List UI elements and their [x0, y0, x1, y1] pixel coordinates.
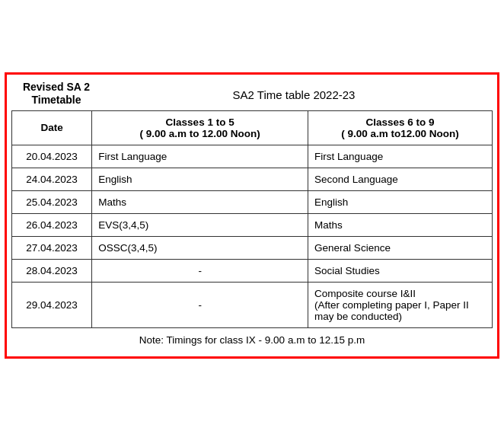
header-classes-6-9-line1: Classes 6 to 9	[366, 117, 435, 128]
cell-col2-6: Composite course I&II (After completing …	[308, 282, 493, 327]
table-row: 24.04.2023EnglishSecond Language	[12, 168, 493, 190]
cell-date-0: 20.04.2023	[12, 145, 92, 168]
table-row: 28.04.2023-Social Studies	[12, 259, 493, 282]
note-row: Note: Timings for class IX - 9.00 a.m to…	[11, 328, 493, 352]
cell-col1-6: -	[92, 282, 308, 327]
cell-col2-2: English	[308, 190, 493, 213]
table-row: 25.04.2023MathsEnglish	[12, 190, 493, 213]
timetable-label: Timetable	[18, 93, 94, 107]
table-row: 26.04.2023EVS(3,4,5)Maths	[12, 213, 493, 236]
header-classes-1-5-line2: ( 9.00 a.m to 12.00 Noon)	[139, 128, 260, 139]
cell-date-5: 28.04.2023	[12, 259, 92, 282]
cell-date-4: 27.04.2023	[12, 236, 92, 259]
cell-date-3: 26.04.2023	[12, 213, 92, 236]
header-classes-1-5: Classes 1 to 5 ( 9.00 a.m to 12.00 Noon)	[92, 110, 308, 145]
cell-col2-3: Maths	[308, 213, 493, 236]
table-row: 27.04.2023OSSC(3,4,5)General Science	[12, 236, 493, 259]
cell-date-2: 25.04.2023	[12, 190, 92, 213]
header-classes-1-5-line1: Classes 1 to 5	[166, 117, 234, 128]
cell-date-6: 29.04.2023	[12, 282, 92, 327]
header-classes-6-9: Classes 6 to 9 ( 9.00 a.m to12.00 Noon)	[308, 110, 493, 145]
cell-col1-0: First Language	[92, 145, 308, 168]
timetable-container: Revised SA 2 Timetable SA2 Time table 20…	[5, 72, 499, 358]
cell-col1-1: English	[92, 168, 308, 190]
table-title: SA2 Time table 2022-23	[98, 87, 490, 101]
table-row: 20.04.2023First LanguageFirst Language	[12, 145, 493, 168]
cell-col1-4: OSSC(3,4,5)	[92, 236, 308, 259]
cell-date-1: 24.04.2023	[12, 168, 92, 190]
cell-col1-2: Maths	[92, 190, 308, 213]
cell-col1-5: -	[92, 259, 308, 282]
header-section: Revised SA 2 Timetable SA2 Time table 20…	[11, 79, 493, 110]
table-row: 29.04.2023-Composite course I&II (After …	[12, 282, 493, 327]
cell-col2-4: General Science	[308, 236, 493, 259]
header-date: Date	[12, 110, 92, 145]
cell-col2-5: Social Studies	[308, 259, 493, 282]
schedule-table: Date Classes 1 to 5 ( 9.00 a.m to 12.00 …	[11, 110, 493, 328]
revised-label: Revised SA 2	[23, 81, 90, 93]
cell-col2-0: First Language	[308, 145, 493, 168]
header-classes-6-9-line2: ( 9.00 a.m to12.00 Noon)	[341, 128, 459, 139]
cell-col1-3: EVS(3,4,5)	[92, 213, 308, 236]
table-header-row: Date Classes 1 to 5 ( 9.00 a.m to 12.00 …	[12, 110, 493, 145]
cell-col2-1: Second Language	[308, 168, 493, 190]
